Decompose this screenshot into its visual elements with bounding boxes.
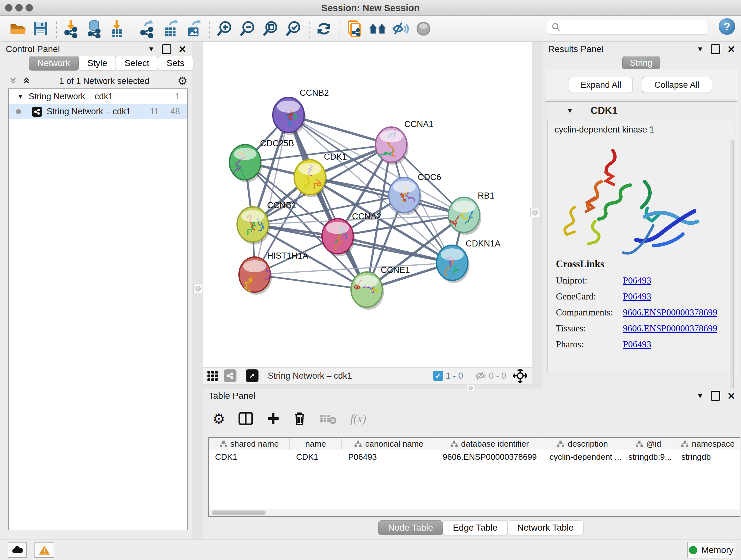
column-label: database identifier — [461, 439, 529, 449]
zoom-selected-icon[interactable] — [284, 19, 302, 38]
panel-close-icon[interactable]: ✕ — [179, 44, 186, 55]
table-cell[interactable]: P06493 — [342, 452, 436, 462]
tree-expand-icon[interactable]: ▼ — [17, 93, 23, 100]
expand-all-networks-icon[interactable] — [8, 76, 18, 86]
tab-network[interactable]: Network — [29, 56, 79, 71]
node-CCNB2[interactable]: CCNB2 — [273, 88, 329, 135]
node-RB1[interactable]: RB1 — [448, 191, 495, 235]
tab-edge-table[interactable]: Edge Table — [443, 520, 508, 535]
memory-button[interactable]: Memory — [687, 542, 735, 558]
warnings-button[interactable] — [35, 543, 54, 558]
network-canvas[interactable]: CCNB2CCNA1CDC25BCDK1CDC6RB1CCNB1CCNA2CDK… — [203, 42, 532, 368]
collapse-all-networks-icon[interactable] — [22, 76, 31, 86]
birds-eye-view-icon[interactable] — [207, 371, 218, 381]
tab-sets[interactable]: Sets — [158, 56, 193, 71]
table-cell[interactable]: cyclin-dependent ... — [543, 452, 622, 462]
detach-view-icon[interactable] — [246, 369, 259, 382]
panel-float-icon[interactable] — [162, 44, 172, 54]
panel-float-icon[interactable] — [711, 44, 720, 54]
network-options-gear-icon[interactable]: ⚙ — [178, 74, 188, 88]
import-network-database-icon[interactable] — [85, 19, 104, 38]
tab-node-table[interactable]: Node Table — [378, 520, 443, 535]
panel-close-icon[interactable]: ✕ — [727, 390, 735, 401]
panel-collapse-icon[interactable]: ▼ — [148, 45, 155, 53]
crosslink-link[interactable]: 9606.ENSP00000378699 — [623, 323, 718, 334]
tab-network-table[interactable]: Network Table — [508, 520, 584, 535]
memory-label: Memory — [701, 545, 733, 555]
node-CCNA1[interactable]: CCNA1 — [376, 119, 434, 165]
import-network-file-icon[interactable] — [62, 19, 80, 38]
zoom-out-icon[interactable] — [238, 19, 257, 38]
panel-close-icon[interactable]: ✕ — [727, 44, 735, 55]
show-columns-icon[interactable] — [239, 412, 253, 425]
open-session-icon[interactable] — [8, 19, 27, 38]
bottom-splitter-handle[interactable] — [467, 385, 475, 391]
crosslink-link[interactable]: P06493 — [623, 339, 651, 350]
node-CDC6[interactable]: CDC6 — [389, 172, 441, 215]
column-header-shared-name[interactable]: shared name — [209, 438, 290, 450]
panel-float-icon[interactable] — [711, 391, 720, 401]
gene-header-row[interactable]: ▼ CDK1 — [545, 102, 737, 120]
save-session-icon[interactable] — [31, 19, 50, 38]
zoom-in-icon[interactable] — [215, 19, 233, 38]
column-header-canonical-name[interactable]: canonical name — [342, 438, 436, 450]
export-table-icon[interactable] — [161, 19, 180, 38]
table-options-gear-icon[interactable]: ⚙ — [212, 411, 225, 427]
table-cell[interactable]: CDK1 — [209, 452, 290, 462]
export-image-icon[interactable] — [185, 19, 203, 38]
table-cell[interactable]: CDK1 — [290, 452, 342, 462]
network-snapshot-icon[interactable] — [345, 19, 364, 38]
search-input[interactable] — [547, 20, 707, 35]
refresh-layout-icon[interactable] — [315, 19, 333, 38]
node-CCNE1[interactable]: CCNE1 — [351, 265, 410, 310]
panel-collapse-icon[interactable]: ▼ — [697, 45, 704, 53]
table-cell[interactable]: stringdb:9... — [622, 452, 675, 462]
string-view-icon[interactable] — [224, 369, 237, 382]
first-neighbors-icon[interactable] — [368, 19, 387, 38]
help-button[interactable]: ? — [719, 18, 735, 35]
table-row[interactable]: CDK1CDK1P064939606.ENSP00000378699cyclin… — [209, 450, 740, 463]
delete-column-icon[interactable] — [293, 412, 306, 426]
tab-select[interactable]: Select — [116, 56, 158, 71]
selected-nodes-checkbox-icon[interactable]: ✓ — [433, 371, 443, 381]
scrollbar-thumb[interactable] — [212, 510, 266, 515]
tab-style[interactable]: Style — [79, 56, 116, 71]
gene-collapse-icon[interactable]: ▼ — [566, 107, 574, 115]
expand-all-button[interactable]: Expand All — [569, 77, 633, 93]
network-collection-row[interactable]: ▼ String Network – cdk1 1 — [9, 89, 187, 104]
network-collection-label: String Network – cdk1 — [29, 91, 113, 102]
gene-results-box: ▼ CDK1 cyclin-dependent kinase 1 — [545, 101, 737, 379]
column-header-namespace[interactable]: namespace — [675, 438, 740, 450]
right-splitter-handle[interactable] — [530, 208, 539, 217]
string-network-graph[interactable]: CCNB2CCNA1CDC25BCDK1CDC6RB1CCNB1CCNA2CDK… — [203, 42, 532, 368]
table-cell[interactable]: stringdb — [675, 452, 740, 462]
column-header-name[interactable]: name — [290, 438, 342, 450]
crosslink-link[interactable]: P06493 — [623, 291, 651, 302]
crosslink-link[interactable]: P06493 — [623, 275, 651, 286]
table-horizontal-scrollbar[interactable] — [209, 509, 740, 516]
node-CDKN1A[interactable]: CDKN1A — [436, 239, 501, 283]
export-network-icon[interactable] — [138, 19, 157, 38]
results-tab-string[interactable]: String — [622, 56, 660, 70]
network-row-selected[interactable]: String Network – cdk1 11 48 — [9, 104, 187, 119]
column-header--id[interactable]: @id — [622, 438, 675, 450]
results-scrollbar[interactable] — [730, 139, 734, 389]
column-header-description[interactable]: description — [543, 438, 622, 450]
node-HIST1H1A[interactable]: HIST1H1A — [239, 251, 308, 295]
collapse-all-button[interactable]: Collapse All — [642, 77, 712, 93]
delete-table-icon — [320, 412, 337, 425]
fit-content-crosshair-icon[interactable] — [513, 369, 527, 383]
table-cell[interactable]: 9606.ENSP00000378699 — [436, 452, 543, 462]
panel-collapse-icon[interactable]: ▼ — [697, 392, 704, 400]
toolbar-separator — [309, 20, 310, 38]
create-column-icon[interactable] — [266, 412, 280, 425]
node-table[interactable]: shared namenamecanonical namedatabase id… — [208, 437, 740, 517]
zoom-fit-icon[interactable] — [261, 19, 280, 38]
cloud-status-button[interactable] — [8, 543, 27, 558]
hide-selected-icon[interactable] — [391, 19, 410, 38]
left-splitter-handle[interactable] — [193, 284, 202, 293]
column-header-database-identifier[interactable]: database identifier — [436, 438, 543, 450]
import-table-file-icon[interactable] — [108, 19, 126, 38]
crosslink-link[interactable]: 9606.ENSP00000378699 — [623, 307, 718, 318]
edge-CCNA2-CDKN1A[interactable] — [338, 236, 452, 263]
